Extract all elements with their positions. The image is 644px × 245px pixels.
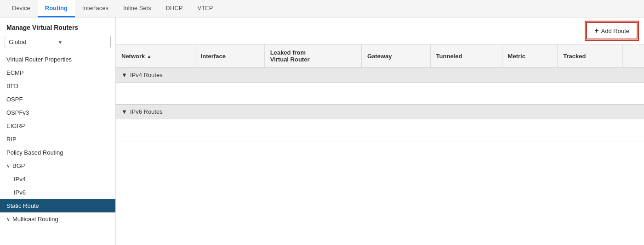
section-cell-ipv4-routes: ▼IPv4 Routes [116, 68, 644, 83]
col-header-actions [622, 45, 644, 68]
empty-cell-ipv4-routes [116, 83, 644, 105]
tab-interfaces[interactable]: Interfaces [75, 0, 116, 17]
main-layout: Manage Virtual Routers Global ▼ Virtual … [0, 17, 644, 245]
dropdown-arrow-icon: ▼ [58, 39, 107, 45]
chevron-icon: ∨ [6, 163, 10, 169]
section-cell-ipv6-routes: ▼IPv6 Routes [116, 105, 644, 119]
col-header-gateway: Gateway [361, 45, 430, 68]
table-body: ▼IPv4 Routes▼IPv6 Routes [116, 68, 644, 141]
sidebar-item-rip[interactable]: RIP [0, 133, 115, 146]
tab-vtep[interactable]: VTEP [190, 0, 220, 17]
col-header-network[interactable]: Network ▲ [116, 45, 195, 68]
add-route-button[interactable]: + Add Route [586, 22, 638, 39]
section-chevron-icon: ▼ [121, 72, 127, 78]
chevron-icon: ∨ [6, 216, 10, 222]
section-label: IPv6 Routes [130, 108, 163, 115]
routes-table: Network ▲InterfaceLeaked fromVirtual Rou… [116, 45, 644, 141]
section-chevron-icon: ▼ [121, 108, 127, 115]
main-content: + Add Route Network ▲InterfaceLeaked fro… [116, 17, 644, 245]
sidebar-group-multicast-routing[interactable]: ∨Multicast Routing [0, 212, 115, 226]
sidebar-item-ipv4[interactable]: IPv4 [0, 173, 115, 186]
tab-inline-sets[interactable]: Inline Sets [116, 0, 159, 17]
col-header-metric: Metric [502, 45, 558, 68]
sidebar-item-ecmp[interactable]: ECMP [0, 66, 115, 79]
section-row-ipv4-routes[interactable]: ▼IPv4 Routes [116, 68, 644, 83]
add-route-label: Add Route [601, 28, 629, 34]
toolbar: + Add Route [116, 17, 644, 45]
top-nav: DeviceRoutingInterfacesInline SetsDHCPVT… [0, 0, 644, 17]
dropdown-value: Global [9, 39, 58, 45]
sidebar-item-ipv6[interactable]: IPv6 [0, 186, 115, 199]
sidebar-item-virtual-router-properties[interactable]: Virtual Router Properties [0, 53, 115, 66]
sidebar-item-ospf[interactable]: OSPF [0, 93, 115, 106]
section-label: IPv4 Routes [130, 72, 163, 78]
sidebar-group-label: Multicast Routing [12, 216, 58, 223]
table-container: Network ▲InterfaceLeaked fromVirtual Rou… [116, 45, 644, 245]
sidebar-group-bgp[interactable]: ∨BGP [0, 159, 115, 173]
sidebar-title: Manage Virtual Routers [0, 17, 115, 36]
sort-arrow-icon: ▲ [147, 54, 152, 59]
col-header-leaked-from: Leaked fromVirtual Router [264, 45, 361, 68]
tab-routing[interactable]: Routing [38, 0, 75, 17]
col-header-tracked: Tracked [558, 45, 622, 68]
virtual-router-dropdown[interactable]: Global ▼ [5, 36, 111, 48]
sidebar-item-policy-based-routing[interactable]: Policy Based Routing [0, 146, 115, 159]
sidebar-group-label: BGP [12, 162, 25, 169]
tab-dhcp[interactable]: DHCP [159, 0, 190, 17]
sidebar-item-bfd[interactable]: BFD [0, 79, 115, 93]
sidebar-item-static-route[interactable]: Static Route [0, 199, 115, 212]
sidebar: Manage Virtual Routers Global ▼ Virtual … [0, 17, 116, 245]
table-header: Network ▲InterfaceLeaked fromVirtual Rou… [116, 45, 644, 68]
empty-row-ipv6-routes [116, 119, 644, 141]
empty-cell-ipv6-routes [116, 119, 644, 141]
col-header-tunneled: Tunneled [430, 45, 502, 68]
section-row-ipv6-routes[interactable]: ▼IPv6 Routes [116, 105, 644, 119]
sidebar-item-ospfv3[interactable]: OSPFv3 [0, 106, 115, 119]
col-header-interface: Interface [195, 45, 264, 68]
sidebar-items-container: Virtual Router PropertiesECMPBFDOSPFOSPF… [0, 53, 115, 226]
tab-device[interactable]: Device [5, 0, 38, 17]
sidebar-item-eigrp[interactable]: EIGRP [0, 119, 115, 133]
empty-row-ipv4-routes [116, 83, 644, 105]
add-icon: + [594, 27, 598, 35]
